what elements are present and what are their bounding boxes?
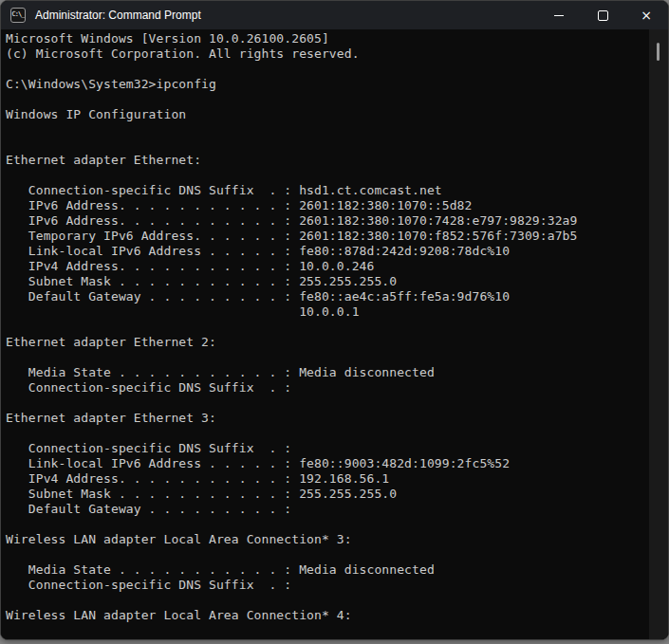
scrollbar-thumb[interactable] xyxy=(657,43,660,61)
console-line xyxy=(6,396,668,411)
console-line xyxy=(6,547,668,562)
console-line: Subnet Mask . . . . . . . . . . . : 255.… xyxy=(6,274,668,289)
window-controls: × xyxy=(537,1,668,29)
console-line: Temporary IPv6 Address. . . . . . : 2601… xyxy=(6,229,668,244)
minimize-icon xyxy=(554,15,564,16)
console-line xyxy=(6,62,668,77)
titlebar[interactable]: C:\_ Administrator: Command Prompt × xyxy=(1,1,668,29)
console-line: Wireless LAN adapter Local Area Connecti… xyxy=(6,532,668,547)
console-line xyxy=(6,517,668,532)
console-line xyxy=(6,92,668,107)
close-button[interactable]: × xyxy=(624,1,668,29)
console-line: Link-local IPv6 Address . . . . . : fe80… xyxy=(6,244,668,259)
console-line: Default Gateway . . . . . . . . . : xyxy=(6,502,668,517)
console-line: Wireless LAN adapter Local Area Connecti… xyxy=(6,608,668,623)
console-line: Windows IP Configuration xyxy=(6,107,668,122)
console-line: Connection-specific DNS Suffix . : xyxy=(6,441,668,456)
console-line xyxy=(6,426,668,441)
console-line xyxy=(6,623,668,638)
console-line: 10.0.0.1 xyxy=(6,304,668,320)
maximize-icon xyxy=(598,10,608,21)
console-line: Default Gateway . . . . . . . . . : fe80… xyxy=(6,289,668,304)
console-line: IPv4 Address. . . . . . . . . . . : 192.… xyxy=(6,471,668,487)
minimize-button[interactable] xyxy=(537,1,581,29)
console-line xyxy=(6,320,668,335)
console-line: Microsoft Windows [Version 10.0.26100.26… xyxy=(6,31,668,46)
scrollbar[interactable] xyxy=(649,29,668,640)
desktop-background: { "window": { "title": "Administrator: C… xyxy=(0,0,669,644)
console-line xyxy=(6,350,668,365)
console-line: Link-local IPv6 Address . . . . . : fe80… xyxy=(6,456,668,471)
console-line xyxy=(6,122,668,138)
console-line: Ethernet adapter Ethernet 3: xyxy=(6,411,668,426)
console-line xyxy=(6,593,668,608)
console-line: Connection-specific DNS Suffix . : xyxy=(6,578,668,593)
console-line: Ethernet adapter Ethernet 2: xyxy=(6,335,668,350)
console-line: IPv6 Address. . . . . . . . . . . : 2601… xyxy=(6,198,668,213)
console-line xyxy=(6,138,668,153)
console-line: Subnet Mask . . . . . . . . . . . : 255.… xyxy=(6,487,668,502)
console-line: (c) Microsoft Corporation. All rights re… xyxy=(6,46,668,62)
console-line: IPv4 Address. . . . . . . . . . . : 10.0… xyxy=(6,259,668,274)
console-line: Ethernet adapter Ethernet: xyxy=(6,153,668,168)
console-output[interactable]: Microsoft Windows [Version 10.0.26100.26… xyxy=(1,29,668,640)
console-line: Connection-specific DNS Suffix . : xyxy=(6,380,668,396)
close-icon: × xyxy=(641,9,652,22)
maximize-button[interactable] xyxy=(581,1,624,29)
console-line: Media State . . . . . . . . . . . : Medi… xyxy=(6,562,668,578)
console-line: Connection-specific DNS Suffix . : hsd1.… xyxy=(6,183,668,198)
cmd-app-icon[interactable]: C:\_ xyxy=(10,8,26,23)
window-title: Administrator: Command Prompt xyxy=(35,9,201,22)
console-line: Media State . . . . . . . . . . . : Medi… xyxy=(6,365,668,380)
cmd-window: C:\_ Administrator: Command Prompt × Mic… xyxy=(0,0,669,640)
console-line: C:\Windows\System32>ipconfig xyxy=(6,77,668,92)
console-line xyxy=(6,168,668,183)
console-line: IPv6 Address. . . . . . . . . . . : 2601… xyxy=(6,213,668,229)
